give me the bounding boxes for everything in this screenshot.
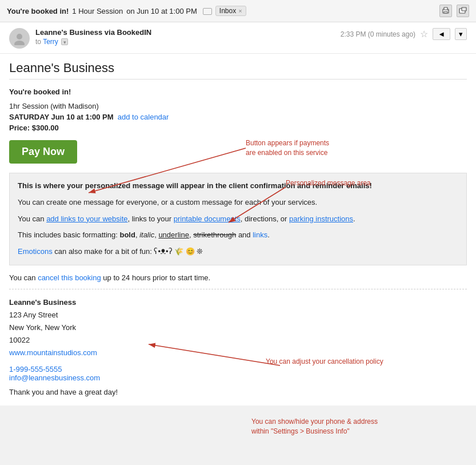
chat-icon [203,8,212,15]
personalized-p4: Emoticons can also make for a bit of fun… [18,246,458,258]
print-button[interactable] [439,5,452,17]
annotation-showhide: You can show/hide your phone & addresswi… [251,417,378,436]
star-button[interactable]: ☆ [420,29,428,39]
cancel-booking-link[interactable]: cancel this booking [38,273,101,282]
footer-addr2: New York, New York [9,321,467,334]
footer-email[interactable]: info@leannesbusiness.com [9,373,100,382]
session-line: 1hr Session (with Madison) [9,102,467,110]
pay-now-button[interactable]: Pay Now [9,140,77,164]
svg-rect-5 [462,7,466,11]
svg-rect-1 [444,7,447,10]
divider [9,289,467,289]
emoticons-link[interactable]: Emoticons [18,247,53,256]
recipients-dropdown[interactable]: ▾ [61,38,68,45]
footer-website[interactable]: www.mountainstudios.com [9,348,97,357]
sender-info: Leanne's Business via BookedIN to Terry … [35,28,341,46]
personalized-p3: This includes basic formatting: bold, it… [18,229,458,241]
business-footer: Leanne's Business 123 Any Street New Yor… [9,296,467,359]
to-line: to Terry ▾ [35,38,341,46]
inbox-close[interactable]: × [238,7,242,14]
personalized-p2: You can add links to your website, links… [18,213,458,225]
email-header: Leanne's Business via BookedIN to Terry … [0,22,476,54]
footer-business-name: Leanne's Business [9,296,467,309]
svg-point-7 [14,41,25,45]
business-title: Leanne's Business [9,61,467,80]
timestamp: 2:33 PM (0 minutes ago) [341,30,415,38]
to-name-link[interactable]: Terry [43,38,58,46]
svg-point-3 [447,10,449,11]
formatting-links[interactable]: links [253,230,267,239]
annotation-payment: Button appears if paymentsare enabled on… [246,138,329,158]
email-body: Leanne's Business You're booked in! 1hr … [0,54,476,406]
to-label: to [35,38,41,46]
session-label: 1hr Session [9,102,49,110]
add-to-calendar-link[interactable]: add to calendar [118,113,169,121]
top-bar: You're booked in! 1 Hour Session on Jun … [0,0,476,22]
cancel-line: You can cancel this booking up to 24 hou… [9,273,467,282]
svg-point-6 [17,34,22,39]
email-container: Leanne's Business via BookedIN to Terry … [0,22,476,406]
reply-button[interactable]: ◄ [433,28,450,40]
subject-prefix: You're booked in! [7,7,69,15]
booked-in-heading: You're booked in! [9,88,467,96]
sender-name: Leanne's Business via BookedIN [35,28,341,37]
footer-addr1: 123 Any Street [9,309,467,321]
personalized-heading: This is where your personalized message … [18,180,458,192]
session-with: (with Madison) [49,102,99,110]
thank-you-text: Thank you and have a great day! [9,388,467,396]
website-link[interactable]: add links to your website [46,214,127,223]
personalized-p1: You can create one message for everyone,… [18,197,458,209]
subject-middle: 1 Hour Session [72,7,123,15]
top-icons [439,5,469,17]
parking-link[interactable]: parking instructions [289,214,353,223]
inbox-label: Inbox [219,7,236,15]
more-button[interactable]: ▾ [455,28,467,40]
footer-phone[interactable]: 1-999-555-5555 [9,365,62,373]
footer-addr3: 10022 [9,334,467,347]
subject-on: on Jun 10 at 1:00 PM [126,7,197,15]
date-text: SATURDAY Jun 10 at 1:00 PM [9,113,114,121]
date-line: SATURDAY Jun 10 at 1:00 PM add to calend… [9,113,467,121]
popout-button[interactable] [457,5,469,17]
printable-docs-link[interactable]: printable documents [174,214,241,223]
email-meta: 2:33 PM (0 minutes ago) ☆ ◄ ▾ [341,28,467,40]
footer-contact: 1-999-555-5555 info@leannesbusiness.com [9,365,467,382]
avatar [9,28,30,49]
price-line: Price: $300.00 [9,124,467,132]
inbox-badge: Inbox × [215,6,246,16]
svg-rect-2 [444,11,447,13]
personalized-message-box: This is where your personalized message … [9,173,467,265]
